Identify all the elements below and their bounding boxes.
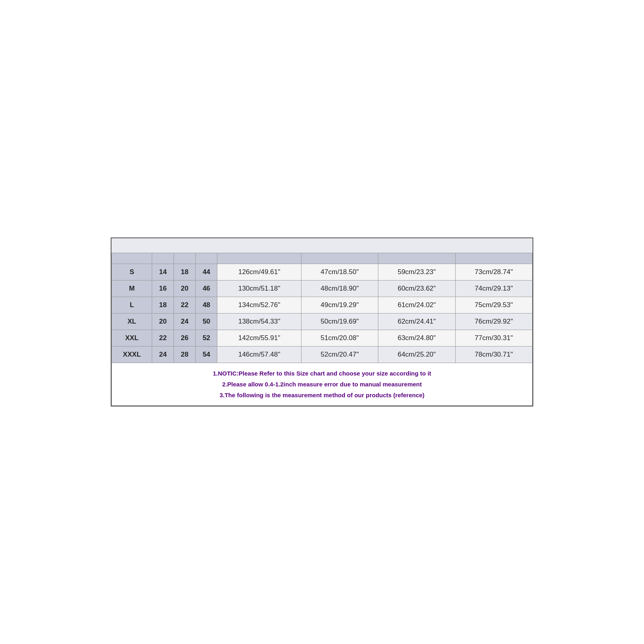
cell-shoulder: 48cm/18.90": [301, 281, 378, 297]
cell-eu: 46: [196, 281, 217, 297]
cell-size: L: [112, 297, 152, 314]
cell-size: XXXL: [112, 347, 152, 363]
cell-length: 78cm/30.71": [455, 347, 532, 363]
cell-length: 76cm/29.92": [455, 314, 532, 330]
cell-size: M: [112, 281, 152, 297]
table-row: XXL222652142cm/55.91"51cm/20.08"63cm/24.…: [112, 330, 533, 347]
size-chart-title: [111, 238, 533, 253]
table-row: S141844126cm/49.61"47cm/18.50"59cm/23.23…: [112, 264, 533, 281]
cell-shoulder: 50cm/19.69": [301, 314, 378, 330]
cell-uk: 18: [174, 264, 196, 281]
cell-uk: 28: [174, 347, 196, 363]
cell-eu: 48: [196, 297, 217, 314]
cell-sleeve: 60cm/23.62": [378, 281, 455, 297]
cell-eu: 54: [196, 347, 217, 363]
col-header-bust: [217, 253, 301, 260]
notes-cell: 1.NOTIC:Please Refer to this Size chart …: [112, 363, 533, 406]
cell-uk: 22: [174, 297, 196, 314]
cell-shoulder: 51cm/20.08": [301, 330, 378, 347]
cell-bust: 142cm/55.91": [217, 330, 301, 347]
cell-sleeve: 61cm/24.02": [378, 297, 455, 314]
cell-us: 24: [152, 347, 174, 363]
cell-sleeve: 63cm/24.80": [378, 330, 455, 347]
col-header-sleeve: [378, 253, 455, 260]
cell-sleeve: 64cm/25.20": [378, 347, 455, 363]
cell-uk: 26: [174, 330, 196, 347]
cell-eu: 52: [196, 330, 217, 347]
notes-row: 1.NOTIC:Please Refer to this Size chart …: [112, 363, 533, 406]
cell-shoulder: 52cm/20.47": [301, 347, 378, 363]
col-unit-bust: [217, 260, 301, 264]
col-header-us: [152, 253, 174, 264]
col-unit-shoulder: [301, 260, 378, 264]
col-header-size: [112, 253, 152, 264]
cell-length: 74cm/29.13": [455, 281, 532, 297]
cell-eu: 44: [196, 264, 217, 281]
cell-bust: 126cm/49.61": [217, 264, 301, 281]
cell-bust: 134cm/52.76": [217, 297, 301, 314]
cell-shoulder: 49cm/19.29": [301, 297, 378, 314]
cell-bust: 138cm/54.33": [217, 314, 301, 330]
cell-us: 20: [152, 314, 174, 330]
cell-shoulder: 47cm/18.50": [301, 264, 378, 281]
cell-us: 16: [152, 281, 174, 297]
col-header-eu: [196, 253, 217, 264]
cell-size: XL: [112, 314, 152, 330]
col-unit-sleeve: [378, 260, 455, 264]
cell-sleeve: 59cm/23.23": [378, 264, 455, 281]
cell-sleeve: 62cm/24.41": [378, 314, 455, 330]
col-unit-length: [455, 260, 532, 264]
cell-length: 77cm/30.31": [455, 330, 532, 347]
cell-bust: 130cm/51.18": [217, 281, 301, 297]
table-row: M162046130cm/51.18"48cm/18.90"60cm/23.62…: [112, 281, 533, 297]
cell-uk: 20: [174, 281, 196, 297]
cell-bust: 146cm/57.48": [217, 347, 301, 363]
cell-us: 22: [152, 330, 174, 347]
size-chart-wrapper: S141844126cm/49.61"47cm/18.50"59cm/23.23…: [111, 237, 533, 407]
page-container: S141844126cm/49.61"47cm/18.50"59cm/23.23…: [0, 0, 644, 644]
cell-us: 14: [152, 264, 174, 281]
table-row: L182248134cm/52.76"49cm/19.29"61cm/24.02…: [112, 297, 533, 314]
col-header-length: [455, 253, 532, 260]
col-header-shoulder: [301, 253, 378, 260]
table-row: XXXL242854146cm/57.48"52cm/20.47"64cm/25…: [112, 347, 533, 363]
cell-uk: 24: [174, 314, 196, 330]
cell-us: 18: [152, 297, 174, 314]
cell-size: XXL: [112, 330, 152, 347]
cell-size: S: [112, 264, 152, 281]
cell-length: 73cm/28.74": [455, 264, 532, 281]
size-chart-table: S141844126cm/49.61"47cm/18.50"59cm/23.23…: [111, 253, 533, 406]
cell-length: 75cm/29.53": [455, 297, 532, 314]
table-row: XL202450138cm/54.33"50cm/19.69"62cm/24.4…: [112, 314, 533, 330]
col-header-uk: [174, 253, 196, 264]
cell-eu: 50: [196, 314, 217, 330]
